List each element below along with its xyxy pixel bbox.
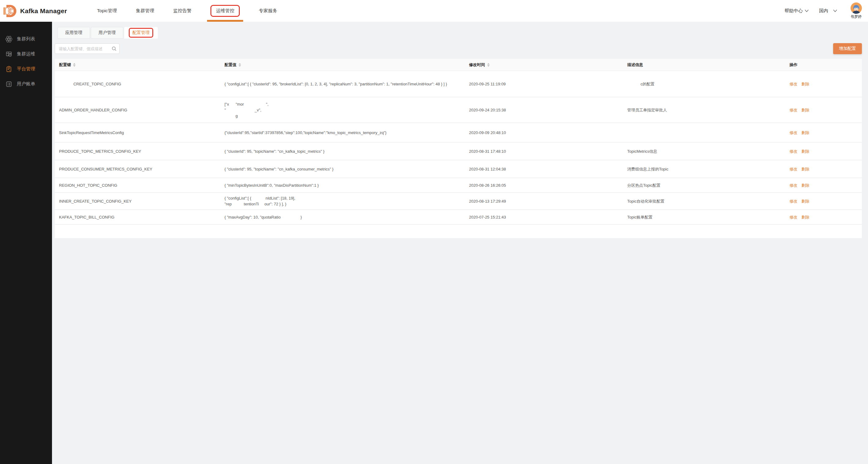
table-row: ADMIN_ORDER_HANDLER_CONFIG ["x "mor ", "… bbox=[55, 97, 434, 123]
config-value: { "configList":[ { nIdList": [18, 19], "… bbox=[220, 195, 434, 207]
table-row: PRODUCE_CONSUMER_METRICS_CONFIG_KEY { "c… bbox=[55, 161, 434, 178]
cluster-ops-icon bbox=[5, 51, 12, 58]
table-row: CREATE_TOPIC_CONFIG { "configList":[ { "… bbox=[55, 71, 434, 97]
tab-app-manage[interactable]: 应用管理 bbox=[58, 27, 90, 38]
search-input[interactable] bbox=[55, 44, 120, 54]
sidebar-item-user-bill[interactable]: 用户账单 bbox=[0, 77, 52, 91]
config-key: KAFKA_TOPIC_BILL_CONFIG bbox=[55, 214, 220, 220]
user-bill-icon bbox=[5, 81, 12, 88]
annotation-box-nav: 运维管控 bbox=[210, 5, 240, 17]
toolbar: 增加配置 bbox=[55, 43, 434, 54]
tab-user-manage[interactable]: 用户管理 bbox=[91, 27, 123, 38]
main-nav: Topic管理 集群管理 监控告警 运维管控 专家服务 bbox=[95, 0, 279, 22]
col-config-key: 配置键 bbox=[55, 62, 220, 68]
tab-config-manage[interactable]: 配置管理 bbox=[124, 27, 158, 38]
config-key: SinkTopicRequestTimeMetricsConfig bbox=[55, 130, 220, 136]
config-key: PRODUCE_TOPIC_METRICS_CONFIG_KEY bbox=[55, 148, 220, 154]
nav-topic-manage[interactable]: Topic管理 bbox=[95, 0, 119, 22]
nav-ops-control[interactable]: 运维管控 bbox=[209, 0, 242, 22]
brand: Kafka Manager bbox=[3, 5, 67, 18]
table-row: PRODUCE_TOPIC_METRICS_CONFIG_KEY { "clus… bbox=[55, 143, 434, 161]
sort-icon[interactable] bbox=[239, 63, 241, 67]
annotation-box-tab: 配置管理 bbox=[129, 28, 153, 38]
config-value: { "clusterId": 95, "topicName": "cn_kafk… bbox=[220, 148, 434, 154]
kafka-manager-logo bbox=[3, 5, 17, 18]
tab-bar: 应用管理 用户管理 配置管理 bbox=[58, 27, 434, 38]
search-box bbox=[55, 44, 120, 54]
config-value: ["x "mor ", " _v", g bbox=[220, 101, 434, 119]
nav-cluster-manage[interactable]: 集群管理 bbox=[134, 0, 156, 22]
top-navbar: Kafka Manager Topic管理 集群管理 监控告警 运维管控 专家服… bbox=[0, 0, 434, 22]
table-header: 配置键 配置值 修改时间 描述信息 操作 bbox=[55, 59, 434, 71]
config-table: 配置键 配置值 修改时间 描述信息 操作 CREATE_TOPIC_CONFIG… bbox=[55, 59, 434, 232]
table-row-partial bbox=[55, 225, 434, 232]
config-value: { "minTopicBytesInUnitB":0, "maxDisParti… bbox=[220, 182, 434, 188]
search-icon[interactable] bbox=[112, 46, 117, 51]
nav-monitor-alert[interactable]: 监控告警 bbox=[171, 0, 193, 22]
nav-expert-service[interactable]: 专家服务 bbox=[257, 0, 279, 22]
app-title: Kafka Manager bbox=[20, 7, 67, 15]
config-value: { "clusterId": 95, "topicName": "cn_kafk… bbox=[220, 166, 434, 172]
config-key: PRODUCE_CONSUMER_METRICS_CONFIG_KEY bbox=[55, 166, 220, 172]
table-row: INNER_CREATE_TOPIC_CONFIG_KEY { "configL… bbox=[55, 193, 434, 210]
cluster-list-icon bbox=[5, 36, 12, 42]
table-row: SinkTopicRequestTimeMetricsConfig {"clus… bbox=[55, 123, 434, 143]
table-row: REGION_HOT_TOPIC_CONFIG { "minTopicBytes… bbox=[55, 178, 434, 193]
sidebar: 集群列表 集群运维 平台管理 bbox=[0, 22, 52, 232]
platform-manage-icon bbox=[5, 66, 12, 72]
sidebar-item-cluster-list[interactable]: 集群列表 bbox=[0, 31, 52, 47]
table-row: KAFKA_TOPIC_BILL_CONFIG { "maxAvgDay": 1… bbox=[55, 210, 434, 225]
config-value: { "maxAvgDay": 10, "quotaRatio } bbox=[220, 214, 434, 220]
config-value: {"clusterId":95,"startId":37397856,"step… bbox=[220, 130, 434, 136]
sidebar-item-platform-manage[interactable]: 平台管理 bbox=[0, 61, 52, 77]
sidebar-item-cluster-ops[interactable]: 集群运维 bbox=[0, 47, 52, 61]
sort-icon[interactable] bbox=[73, 63, 75, 67]
config-key: CREATE_TOPIC_CONFIG bbox=[55, 81, 220, 87]
config-value: { "configList":[ { "clusterId": 95, "bro… bbox=[220, 81, 434, 87]
config-key: INNER_CREATE_TOPIC_CONFIG_KEY bbox=[55, 198, 220, 204]
config-key: ADMIN_ORDER_HANDLER_CONFIG bbox=[55, 107, 220, 113]
col-config-value: 配置值 bbox=[220, 62, 434, 68]
config-key: REGION_HOT_TOPIC_CONFIG bbox=[55, 182, 220, 188]
main-content: 应用管理 用户管理 配置管理 增加配置 配置键 配置值 bbox=[52, 22, 434, 232]
